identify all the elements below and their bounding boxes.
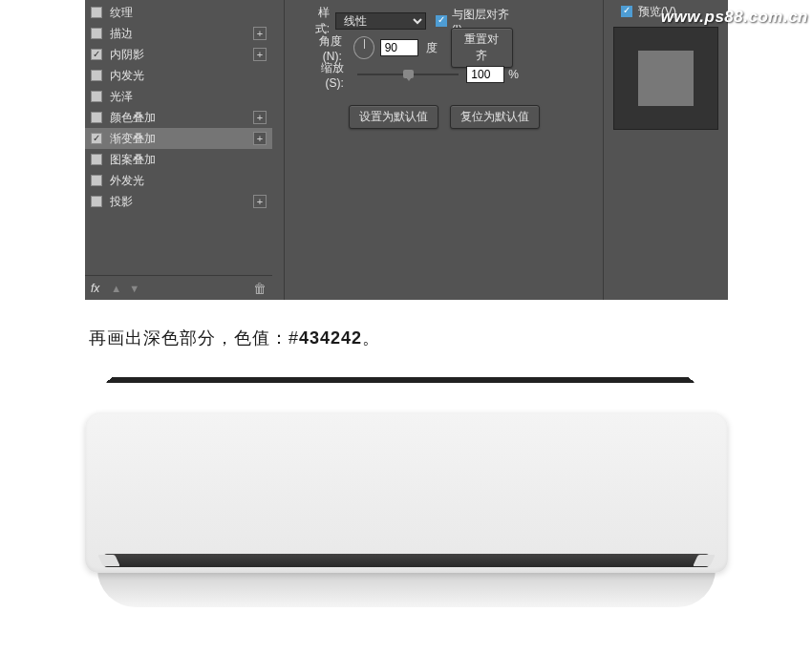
style-row: 样式: 线性 与图层对齐(I) <box>304 8 584 34</box>
color-code: 434242 <box>299 328 362 348</box>
scale-unit: % <box>508 68 519 81</box>
preview-swatch <box>638 51 694 106</box>
default-buttons-row: 设置为默认值 复位为默认值 <box>304 88 584 129</box>
fx-icon[interactable]: fx <box>91 282 99 295</box>
style-checkbox[interactable] <box>91 112 102 123</box>
style-checkbox[interactable] <box>91 49 102 60</box>
fx-toolbar: fx ▲ ▼ 🗑 <box>85 275 272 300</box>
aircon-body <box>85 412 728 573</box>
slider-thumb[interactable] <box>403 70 414 78</box>
aircon-shadow <box>97 569 715 607</box>
scale-slider[interactable] <box>357 74 459 75</box>
style-label: 内阴影 <box>110 47 253 63</box>
reset-default-button[interactable]: 复位为默认值 <box>450 105 540 129</box>
style-item-drop-shadow[interactable]: 投影 + <box>85 191 272 212</box>
aircon-illustration <box>85 412 728 621</box>
arrow-down-icon[interactable]: ▼ <box>129 283 139 294</box>
arrow-up-icon[interactable]: ▲ <box>111 283 121 294</box>
style-checkbox[interactable] <box>91 28 102 39</box>
styles-list-panel: 纹理 描边 + 内阴影 + 内发光 光泽 颜色叠加 + 渐变叠加 + <box>85 0 272 300</box>
style-label: 图案叠加 <box>110 152 272 168</box>
style-item-outer-glow[interactable]: 外发光 <box>85 170 272 191</box>
dark-strip-illustration <box>105 377 694 384</box>
style-label: 描边 <box>110 26 253 42</box>
photoshop-dialog: 纹理 描边 + 内阴影 + 内发光 光泽 颜色叠加 + 渐变叠加 + <box>85 0 728 300</box>
style-checkbox[interactable] <box>91 154 102 165</box>
style-item-inner-glow[interactable]: 内发光 <box>85 65 272 86</box>
style-item-gradient-overlay[interactable]: 渐变叠加 + <box>85 128 272 149</box>
add-icon[interactable]: + <box>253 132 267 145</box>
style-checkbox[interactable] <box>91 7 102 18</box>
preview-panel: 预览(V) <box>609 0 728 300</box>
angle-input[interactable] <box>380 39 418 56</box>
preview-checkbox[interactable] <box>621 6 632 17</box>
align-checkbox[interactable] <box>436 15 447 27</box>
style-item-stroke[interactable]: 描边 + <box>85 23 272 44</box>
style-label: 外发光 <box>110 173 272 189</box>
watermark-text: www.ps88.com.cn <box>661 8 808 27</box>
caption-prefix: 再画出深色部分，色值：# <box>89 328 299 348</box>
reset-align-button[interactable]: 重置对齐 <box>451 28 513 68</box>
add-icon[interactable]: + <box>253 111 267 124</box>
style-label: 纹理 <box>110 5 272 21</box>
style-checkbox[interactable] <box>91 196 102 207</box>
aircon-vent <box>104 554 709 567</box>
set-default-button[interactable]: 设置为默认值 <box>349 105 438 129</box>
style-label: 渐变叠加 <box>110 131 253 147</box>
style-checkbox[interactable] <box>91 70 102 81</box>
add-icon[interactable]: + <box>253 48 267 61</box>
style-type-select[interactable]: 线性 <box>335 12 426 30</box>
style-label: 光泽 <box>110 89 272 105</box>
scale-label: 缩放(S): <box>304 60 344 90</box>
style-checkbox[interactable] <box>91 91 102 102</box>
scale-row: 缩放(S): % <box>304 61 584 88</box>
add-icon[interactable]: + <box>253 27 267 40</box>
angle-dial[interactable] <box>353 36 374 59</box>
style-item-texture[interactable]: 纹理 <box>85 2 272 23</box>
style-item-inner-shadow[interactable]: 内阴影 + <box>85 44 272 65</box>
gradient-settings-panel: 样式: 线性 与图层对齐(I) 角度(N): 度 重置对齐 缩放(S): % 设… <box>284 0 604 300</box>
style-checkbox[interactable] <box>91 175 102 186</box>
scale-input[interactable] <box>466 66 504 83</box>
style-item-pattern-overlay[interactable]: 图案叠加 <box>85 149 272 170</box>
style-label: 内发光 <box>110 68 272 84</box>
caption-suffix: 。 <box>362 328 380 348</box>
style-label: 颜色叠加 <box>110 110 253 126</box>
style-label: 投影 <box>110 194 253 210</box>
tutorial-caption: 再画出深色部分，色值：#434242。 <box>89 327 380 349</box>
preview-box <box>613 27 718 130</box>
trash-icon[interactable]: 🗑 <box>253 281 267 296</box>
angle-label: 角度(N): <box>304 33 342 63</box>
style-item-satin[interactable]: 光泽 <box>85 86 272 107</box>
add-icon[interactable]: + <box>253 195 267 208</box>
style-checkbox[interactable] <box>91 133 102 144</box>
style-item-color-overlay[interactable]: 颜色叠加 + <box>85 107 272 128</box>
angle-unit: 度 <box>426 40 438 56</box>
angle-row: 角度(N): 度 重置对齐 <box>304 34 584 61</box>
